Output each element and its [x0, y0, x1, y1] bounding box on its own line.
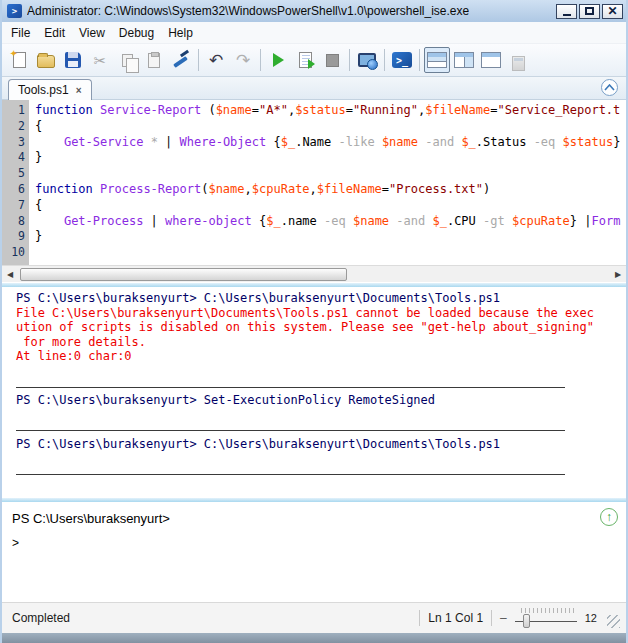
collapse-script-pane-button[interactable] — [601, 79, 618, 96]
chevron-up-icon — [604, 84, 615, 91]
run-script-button[interactable] — [265, 47, 291, 73]
toolbar: ✦ ✂ ↶ ↷ >_ — [2, 44, 626, 77]
toolbar-separator — [260, 49, 261, 71]
status-bar: Completed Ln 1 Col 1 – 12 — [2, 602, 626, 633]
script-pane-right-button[interactable] — [451, 47, 477, 73]
run-icon — [273, 53, 284, 67]
cursor-position: Ln 1 Col 1 — [428, 611, 483, 625]
menu-item-view[interactable]: View — [72, 23, 112, 43]
maximize-icon — [585, 7, 594, 15]
clear-output-pane-button[interactable] — [168, 47, 194, 73]
code-line: } — [35, 150, 626, 166]
run-selection-button[interactable] — [292, 47, 318, 73]
split-top-icon — [427, 52, 447, 68]
new-file-icon: ✦ — [13, 52, 26, 68]
script-pane-maximized-button[interactable] — [478, 47, 504, 73]
minimize-button[interactable] — [556, 4, 577, 19]
maximized-pane-icon — [481, 52, 501, 68]
menu-bar: File Edit View Debug Help — [2, 22, 626, 44]
new-script-button[interactable]: ✦ — [6, 47, 32, 73]
line-number: 7 — [2, 198, 25, 214]
output-pane[interactable]: PS C:\Users\buraksenyurt> C:\Users\burak… — [2, 288, 626, 497]
zoom-slider[interactable] — [515, 608, 577, 628]
window-bottom-frame — [2, 633, 626, 643]
code-line — [35, 166, 626, 182]
close-button[interactable]: ✕ — [602, 4, 623, 19]
line-number: 1 — [2, 103, 25, 119]
line-number: 8 — [2, 214, 25, 230]
output-blank-line — [16, 408, 626, 423]
editor-horizontal-scrollbar[interactable]: ◀ ▶ — [2, 265, 626, 282]
code-line: function Service-Report ($name="A*",$sta… — [35, 103, 626, 119]
code-line: function Process-Report($name,$cpuRate,$… — [35, 182, 626, 198]
undo-button[interactable]: ↶ — [203, 47, 229, 73]
scroll-right-arrow-icon[interactable]: ▶ — [610, 267, 626, 282]
tab-tools-ps1[interactable]: Tools.ps1 × — [8, 79, 92, 100]
copy-icon — [122, 54, 133, 67]
line-number: 6 — [2, 182, 25, 198]
toolbar-separator — [198, 49, 199, 71]
menu-item-file[interactable]: File — [4, 23, 37, 43]
line-number: 5 — [2, 166, 25, 182]
command-pane[interactable]: PS C:\Users\buraksenyurt> ↑ > — [2, 503, 626, 602]
open-folder-icon — [37, 55, 55, 68]
window-title: Administrator: C:\Windows\System32\Windo… — [27, 4, 469, 18]
open-script-button[interactable] — [33, 47, 59, 73]
line-number: 3 — [2, 135, 25, 151]
resize-grip[interactable] — [607, 615, 620, 628]
app-icon: > — [7, 4, 22, 18]
output-error-line: ution of scripts is disabled on this sys… — [16, 320, 626, 335]
scroll-left-arrow-icon[interactable]: ◀ — [2, 267, 18, 282]
paste-button[interactable] — [141, 47, 167, 73]
code-line: Get-Process | where-object {$_.name -eq … — [35, 214, 626, 230]
menu-item-help[interactable]: Help — [161, 23, 200, 43]
script-pane-top-button[interactable] — [424, 47, 450, 73]
output-prompt-line: PS C:\Users\buraksenyurt> Set-ExecutionP… — [16, 393, 626, 408]
tab-close-icon[interactable]: × — [76, 85, 82, 96]
output-error-line: At line:0 char:0 — [16, 349, 626, 364]
powershell-ise-window: > Administrator: C:\Windows\System32\Win… — [0, 0, 628, 643]
line-number: 4 — [2, 150, 25, 166]
code-line: Get-Service * | Where-Object {$_.Name -l… — [35, 135, 626, 151]
output-divider-line — [16, 379, 626, 394]
output-divider-line — [16, 422, 626, 437]
close-icon: ✕ — [607, 4, 617, 18]
menu-item-debug[interactable]: Debug — [112, 23, 161, 43]
maximize-button[interactable] — [579, 4, 600, 19]
start-powershell-button[interactable]: >_ — [389, 47, 415, 73]
zoom-ticks — [521, 608, 577, 613]
output-divider-line — [16, 466, 626, 481]
command-input-line[interactable]: > — [12, 536, 618, 550]
title-bar[interactable]: > Administrator: C:\Windows\System32\Win… — [2, 0, 626, 22]
line-number: 10 — [2, 245, 25, 261]
copy-button[interactable] — [114, 47, 140, 73]
cut-button[interactable]: ✂ — [87, 47, 113, 73]
scrollbar-thumb[interactable] — [20, 268, 347, 281]
script-pane-toggle-button[interactable] — [505, 47, 531, 73]
new-remote-powershell-tab-button[interactable] — [354, 47, 380, 73]
save-button[interactable] — [60, 47, 86, 73]
stop-button[interactable] — [319, 47, 345, 73]
output-pane-up-button[interactable]: ↑ — [600, 508, 618, 526]
status-text: Completed — [12, 611, 70, 625]
code-line — [35, 245, 626, 261]
code-line: { — [35, 198, 626, 214]
cut-icon: ✂ — [94, 53, 107, 68]
status-separator — [419, 610, 420, 626]
menu-item-edit[interactable]: Edit — [37, 23, 72, 43]
status-separator — [491, 610, 492, 626]
clear-pane-icon — [172, 51, 190, 69]
zoom-out-label[interactable]: – — [500, 611, 507, 626]
code-area[interactable]: function Service-Report ($name="A*",$sta… — [29, 100, 626, 265]
line-number-gutter: 12345678910 — [2, 100, 29, 265]
output-prompt-line: PS C:\Users\buraksenyurt> C:\Users\burak… — [16, 437, 626, 452]
script-pane-toggle-icon — [512, 56, 525, 71]
command-prompt-text: PS C:\Users\buraksenyurt> — [12, 508, 170, 526]
zoom-slider-thumb[interactable] — [523, 614, 530, 628]
output-prompt-line: PS C:\Users\buraksenyurt> C:\Users\burak… — [16, 291, 626, 306]
powershell-icon: >_ — [392, 52, 412, 68]
line-number: 2 — [2, 119, 25, 135]
output-blank-line — [16, 452, 626, 467]
line-number: 9 — [2, 229, 25, 245]
redo-button[interactable]: ↷ — [230, 47, 256, 73]
